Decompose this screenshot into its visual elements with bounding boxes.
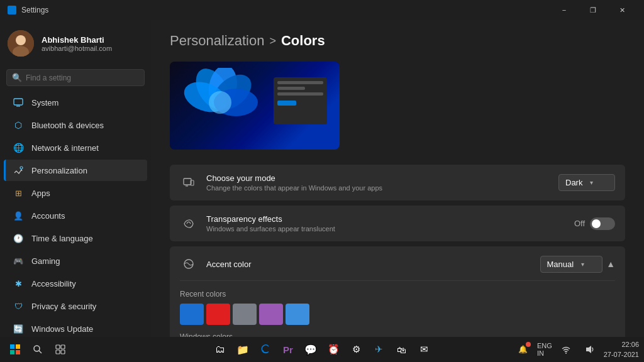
taskbar-mail[interactable]: ✉ <box>414 339 434 359</box>
gaming-icon: 🎮 <box>13 255 24 266</box>
search-input[interactable] <box>26 74 139 82</box>
preview-container <box>170 62 340 150</box>
svg-point-12 <box>209 91 231 114</box>
mode-dropdown[interactable]: Dark ▾ <box>558 174 615 191</box>
sidebar-item-accessibility-label: Accessibility <box>31 279 76 288</box>
svg-rect-20 <box>16 350 20 354</box>
recent-color-swatch[interactable] <box>180 304 204 325</box>
transparency-toggle[interactable] <box>590 217 615 230</box>
taskbar-feedback[interactable]: 💬 <box>301 339 321 359</box>
start-button[interactable] <box>5 339 25 359</box>
taskbar-edge[interactable] <box>255 339 275 359</box>
breadcrumb-parent[interactable]: Personalization <box>170 33 264 49</box>
accent-dropdown-value: Manual <box>547 260 574 269</box>
accent-expand-icon[interactable]: ▲ <box>606 259 615 269</box>
svg-marker-28 <box>586 346 591 353</box>
system-icon <box>13 97 24 108</box>
svg-line-22 <box>39 351 42 353</box>
sidebar-item-gaming-label: Gaming <box>31 256 60 266</box>
taskbar-center: 🗂 📁 Pr 💬 ⏰ ⚙ ✈ 🛍 ✉ <box>210 339 434 359</box>
sidebar-item-windows-update[interactable]: 🔄 Windows Update <box>4 318 147 337</box>
taskbar-clock[interactable]: ⏰ <box>323 339 343 359</box>
settings-app-icon <box>8 6 16 14</box>
breadcrumb-separator: > <box>269 35 276 48</box>
sidebar-item-network[interactable]: 🌐 Network & internet <box>4 137 147 158</box>
transparency-icon <box>180 215 197 233</box>
windows-update-icon: 🔄 <box>13 323 24 334</box>
transparency-toggle-label: Off <box>574 219 585 228</box>
recent-color-swatch[interactable] <box>259 304 283 325</box>
avatar <box>8 30 34 57</box>
svg-rect-24 <box>61 345 65 349</box>
personalization-icon <box>13 165 24 176</box>
sidebar-item-bluetooth[interactable]: ⬡ Bluetooth & devices <box>4 114 147 136</box>
transparency-control[interactable]: Off <box>574 217 615 230</box>
taskbar-settings-pinned[interactable]: ⚙ <box>346 339 366 359</box>
clock[interactable]: 22:06 27-07-2021 <box>604 339 639 360</box>
minimize-button[interactable]: − <box>550 0 579 20</box>
network-icon: 🌐 <box>13 142 24 153</box>
recent-color-swatch[interactable] <box>233 304 257 325</box>
task-view-button[interactable] <box>50 339 70 359</box>
taskbar-explorer[interactable]: 📁 <box>233 339 253 359</box>
sidebar-item-privacy[interactable]: 🛡 Privacy & security <box>4 295 147 317</box>
accent-icon <box>180 255 197 273</box>
sidebar-item-time[interactable]: 🕐 Time & language <box>4 228 147 249</box>
recent-color-swatches <box>180 304 615 325</box>
sidebar-item-gaming[interactable]: 🎮 Gaming <box>4 250 147 272</box>
wifi-icon[interactable] <box>556 339 576 359</box>
taskbar-telegram[interactable]: ✈ <box>369 339 389 359</box>
sidebar-item-windows-update-label: Windows Update <box>31 324 93 334</box>
taskbar-premiere[interactable]: Pr <box>278 339 298 359</box>
app-title: Settings <box>21 6 48 14</box>
sidebar-item-privacy-label: Privacy & security <box>31 302 96 311</box>
window-controls: − ❐ ✕ <box>550 0 636 20</box>
sidebar-item-personalization[interactable]: Personalization <box>4 160 147 181</box>
mode-desc: Change the colors that appear in Windows… <box>206 184 550 192</box>
preview-background <box>170 62 340 150</box>
titlebar-left: Settings <box>8 6 48 14</box>
accent-dropdown[interactable]: Manual ▾ <box>540 256 603 273</box>
transparency-toggle-knob <box>592 219 601 228</box>
recent-colors-section: Recent colors <box>180 290 615 325</box>
windows-colors-label: Windows colors <box>180 332 615 337</box>
sidebar-item-system[interactable]: System <box>4 92 147 113</box>
recent-color-swatch[interactable] <box>206 304 230 325</box>
sidebar-item-apps[interactable]: ⊞ Apps <box>4 182 147 204</box>
titlebar: Settings − ❐ ✕ <box>0 0 644 20</box>
mode-control[interactable]: Dark ▾ <box>558 174 615 191</box>
transparency-desc: Windows and surfaces appear translucent <box>206 225 565 233</box>
content-area: Personalization > Colors <box>151 20 644 337</box>
svg-rect-4 <box>14 99 23 105</box>
taskbar-language[interactable]: ENGIN <box>537 342 552 357</box>
mode-row: Choose your mode Change the colors that … <box>170 165 625 200</box>
svg-rect-23 <box>56 345 60 349</box>
windows-colors-section: Windows colors <box>180 332 615 337</box>
recent-color-swatch[interactable] <box>286 304 309 325</box>
accent-section: Accent color Manual ▾ ▲ Recent colors Wi… <box>170 246 625 337</box>
maximize-button[interactable]: ❐ <box>579 0 608 20</box>
search-taskbar-button[interactable] <box>28 339 48 359</box>
accent-header: Accent color Manual ▾ ▲ <box>180 255 615 281</box>
sidebar-item-bluetooth-label: Bluetooth & devices <box>31 121 104 130</box>
taskbar-widgets[interactable]: 🗂 <box>210 339 230 359</box>
sidebar-item-accessibility[interactable]: ✱ Accessibility <box>4 273 147 294</box>
close-button[interactable]: ✕ <box>608 0 636 20</box>
taskbar-right: 🔔 ENGIN 22:06 27-07-2021 <box>513 339 639 360</box>
taskbar-store[interactable]: 🛍 <box>391 339 411 359</box>
sidebar-item-accounts[interactable]: 👤 Accounts <box>4 205 147 226</box>
main-container: Abhishek Bharti avibharti@hotmail.com 🔍 … <box>0 20 644 337</box>
user-email: avibharti@hotmail.com <box>42 45 143 52</box>
volume-icon[interactable] <box>580 339 600 359</box>
sidebar-item-network-label: Network & internet <box>31 143 99 153</box>
user-profile[interactable]: Abhishek Bharti avibharti@hotmail.com <box>0 20 151 67</box>
mode-text: Choose your mode Change the colors that … <box>206 173 550 192</box>
svg-rect-26 <box>61 350 65 354</box>
accent-controls[interactable]: Manual ▾ ▲ <box>540 256 616 273</box>
search-box[interactable]: 🔍 <box>6 69 145 86</box>
sidebar-item-personalization-label: Personalization <box>31 166 87 175</box>
privacy-icon: 🛡 <box>13 300 24 312</box>
svg-rect-18 <box>16 344 20 349</box>
notification-badge[interactable]: 🔔 <box>513 339 533 359</box>
transparency-row: Transparency effects Windows and surface… <box>170 206 625 241</box>
